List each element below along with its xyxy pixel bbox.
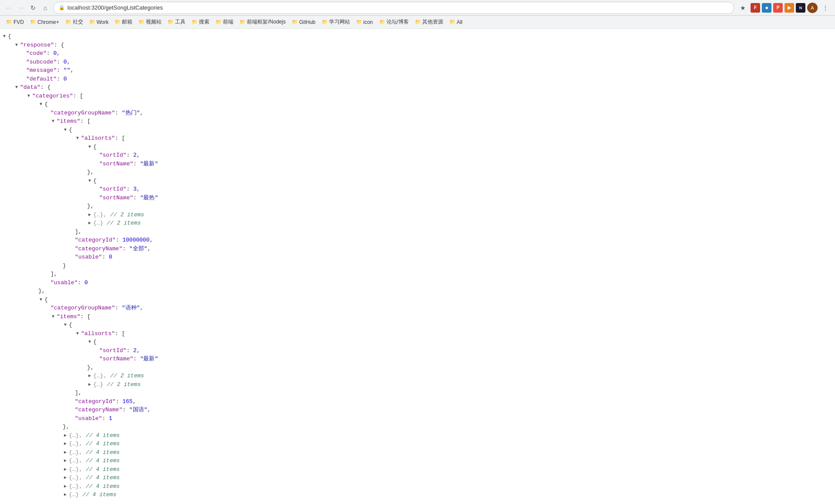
cat1-usable-line: "usable": 0 (0, 253, 835, 262)
sort1-name-key: "sortName" (99, 160, 133, 168)
default-val: 0 (64, 75, 67, 84)
ext-icon-5[interactable]: N (796, 3, 805, 13)
bookmark-icon[interactable]: 📁 icon (354, 18, 376, 27)
item3-preview: {…}, (69, 431, 82, 440)
bookmark-shi-pin-zhan-icon: 📁 (138, 19, 145, 25)
data-toggle[interactable]: ▼ (14, 85, 19, 90)
sort1-id-key: "sortId" (99, 151, 126, 160)
items1-key: "items" (57, 117, 81, 126)
cat1-usable-key: "usable" (75, 253, 102, 262)
bookmark-xue-xi-zhan-label: 学习网站 (329, 18, 350, 26)
sort4-toggle[interactable]: ▶ (87, 221, 92, 226)
item6-toggle[interactable]: ▶ (63, 458, 68, 464)
back-button[interactable]: ← (3, 3, 14, 13)
sort5-name-line: "sortName": "最新" (0, 355, 835, 363)
cat1-name-val: "全部" (129, 245, 148, 253)
bookmark-github[interactable]: 📁 GitHub (289, 18, 318, 27)
item10-comment: // 4 items (79, 491, 116, 499)
code-key: "code" (26, 49, 47, 58)
bookmark-qian-duan-kuang-jia-icon: 📁 (239, 19, 246, 25)
bookmark-sou-suo[interactable]: 📁 搜索 (189, 17, 212, 27)
item8-toggle[interactable]: ▶ (63, 475, 68, 480)
address-bar[interactable]: 🔒 localhost:3200/getSongListCategories (53, 2, 734, 14)
item5-toggle[interactable]: ▶ (63, 450, 68, 455)
bookmark-she-jiao-label: 社交 (73, 18, 83, 26)
sort5-close: }, (0, 363, 835, 372)
bookmark-gong-ju[interactable]: 📁 工具 (165, 17, 188, 27)
menu-button[interactable]: ⋮ (819, 2, 832, 14)
cat-group1-name-val: "热门" (122, 109, 140, 118)
bookmark-shi-pin-zhan[interactable]: 📁 视频站 (136, 17, 164, 27)
item7-collapsed: ▶ {…}, // 4 items (0, 465, 835, 474)
allsorts1-line: ▼ "allsorts": [ (0, 134, 835, 143)
bookmark-xue-xi-zhan[interactable]: 📁 学习网站 (319, 17, 353, 27)
profile-avatar[interactable]: A (807, 3, 818, 13)
subcode-key: "subcode" (26, 58, 57, 67)
message-line: "message": "", (0, 66, 835, 75)
cat-group1-toggle[interactable]: ▼ (38, 102, 44, 107)
star-button[interactable]: ★ (737, 2, 749, 14)
bookmark-she-jiao[interactable]: 📁 社交 (63, 17, 86, 27)
bookmark-qi-ta-zi-yuan[interactable]: 📁 其他资源 (412, 17, 446, 27)
sort2-toggle[interactable]: ▼ (87, 178, 92, 183)
cat-group2-open: ▼ { (0, 296, 835, 304)
sort6-toggle[interactable]: ▶ (87, 373, 92, 379)
sort5-id-key: "sortId" (99, 346, 126, 355)
cat1-id-key: "categoryId" (75, 236, 116, 245)
sort1-toggle[interactable]: ▼ (87, 144, 92, 149)
bookmark-fvd[interactable]: 📁 FVD (3, 18, 27, 27)
bookmark-work[interactable]: 📁 Work (87, 18, 111, 27)
sort3-collapsed: ▶ {…}, // 2 items (0, 211, 835, 219)
bookmark-qian-duan[interactable]: 📁 前端 (213, 17, 236, 27)
allsorts1-toggle[interactable]: ▼ (75, 136, 80, 141)
item10-toggle[interactable]: ▶ (63, 492, 68, 497)
bookmark-github-label: GitHub (299, 19, 315, 25)
ext-icon-2[interactable]: ■ (762, 3, 771, 13)
item5-preview: {…}, (69, 448, 82, 457)
cat-group2-toggle[interactable]: ▼ (38, 297, 44, 302)
bookmark-lun-tan[interactable]: 📁 论坛/博客 (377, 17, 411, 27)
cat2-id-key: "categoryId" (75, 397, 116, 406)
item3-toggle[interactable]: ▶ (63, 433, 68, 438)
item9-toggle[interactable]: ▶ (63, 484, 68, 489)
ext-icon-1[interactable]: F (751, 3, 760, 13)
response-toggle[interactable]: ▼ (14, 42, 19, 47)
item10-preview: {…} (69, 491, 79, 499)
item1-toggle[interactable]: ▼ (63, 127, 68, 132)
cat-group2-name-line: "categoryGroupName": "语种", (0, 304, 835, 312)
ext-icon-4[interactable]: ▶ (784, 3, 794, 13)
home-button[interactable]: ⌂ (40, 3, 51, 13)
sort5-toggle[interactable]: ▼ (87, 339, 92, 345)
items1-close: ], (0, 270, 835, 279)
items2-toggle[interactable]: ▼ (51, 314, 56, 319)
root-toggle[interactable]: ▼ (2, 34, 7, 39)
sort7-toggle[interactable]: ▶ (87, 382, 92, 387)
bookmark-all[interactable]: 📁 All (447, 18, 465, 27)
ext-icon-3[interactable]: P (773, 3, 783, 13)
item7-comment: // 4 items (82, 465, 120, 474)
forward-button[interactable]: → (16, 3, 26, 13)
sort1-close: }, (0, 168, 835, 177)
item4-toggle[interactable]: ▶ (63, 441, 68, 447)
message-key: "message" (26, 66, 57, 75)
bookmark-xue-xi-zhan-icon: 📁 (322, 19, 328, 25)
cat-group1-open: ▼ { (0, 100, 835, 109)
item5-comment: // 4 items (82, 448, 120, 457)
bookmark-you-xiang[interactable]: 📁 邮箱 (112, 17, 135, 27)
bookmark-fvd-label: FVD (13, 19, 24, 25)
bookmark-qian-duan-kuang-jia[interactable]: 📁 前端框架/Nodejs (237, 17, 288, 27)
sort3-toggle[interactable]: ▶ (87, 212, 92, 217)
reload-button[interactable]: ↻ (28, 3, 38, 13)
sort2-name-line: "sortName": "最热" (0, 194, 835, 202)
allsorts2-toggle[interactable]: ▼ (75, 331, 80, 336)
items1-toggle[interactable]: ▼ (51, 119, 56, 124)
bookmark-chrome+[interactable]: 📁 Chrome+ (27, 18, 62, 27)
cat1-name-line: "categoryName": "全部", (0, 245, 835, 253)
item2-toggle[interactable]: ▼ (63, 323, 68, 328)
sort5-name-key: "sortName" (99, 355, 133, 363)
bookmark-qi-ta-zi-yuan-icon: 📁 (415, 19, 421, 25)
cat2-id-val: 165 (122, 397, 132, 406)
item6-collapsed: ▶ {…}, // 4 items (0, 457, 835, 465)
item7-toggle[interactable]: ▶ (63, 467, 68, 472)
categories-toggle[interactable]: ▼ (26, 93, 31, 98)
